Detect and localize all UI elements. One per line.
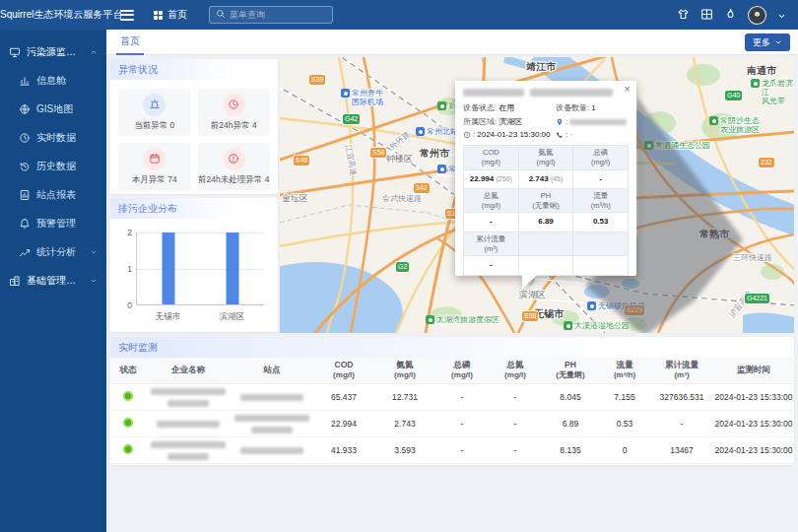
sidebar-item-pollution-monitoring-system[interactable]: 污染源监测系统 bbox=[0, 37, 106, 66]
menu-toggle-icon[interactable] bbox=[120, 10, 134, 21]
close-icon[interactable]: × bbox=[625, 84, 631, 95]
transport-poi-icon bbox=[587, 301, 596, 310]
sidebar-item-gis-map[interactable]: GIS地图 bbox=[0, 95, 106, 123]
chevron-down-icon bbox=[90, 277, 98, 285]
calendar-icon bbox=[143, 148, 166, 170]
stat-card-month-abnormal[interactable]: 本月异常 74 bbox=[118, 143, 191, 190]
table-column-header: 状态 bbox=[110, 358, 146, 383]
popup-param-header bbox=[519, 233, 574, 257]
map-canvas[interactable]: 靖江市南通市常州市常熟市无锡市钟楼区金坛区滨湖区金武快速路三环快速路外环路江宜高… bbox=[280, 57, 794, 333]
popup-field: 设备数量:1 bbox=[556, 102, 629, 113]
map-label-city: 常州市 bbox=[420, 148, 449, 160]
site-cell-redacted bbox=[231, 383, 313, 410]
history-icon bbox=[19, 161, 31, 172]
stat-card-last-24h-unhandled-abnormal[interactable]: 前24h未处理异常 4 bbox=[198, 143, 271, 190]
y-tick-label: 2 bbox=[118, 228, 132, 237]
globe-icon bbox=[19, 103, 31, 115]
popup-param-header: 总氮(mg/l) bbox=[464, 189, 519, 214]
value-cell: - bbox=[435, 383, 489, 410]
stat-card-current-abnormal[interactable]: 当前异常 0 bbox=[118, 89, 191, 136]
park-poi-icon bbox=[709, 116, 718, 125]
clock-icon bbox=[19, 132, 31, 144]
value-cell: 3.593 bbox=[374, 436, 435, 463]
stat-card-label: 前24h未处理异常 4 bbox=[198, 174, 269, 186]
search-icon bbox=[216, 9, 226, 21]
map-label-city: 南通市 bbox=[747, 65, 776, 77]
sidebar-item-realtime-data[interactable]: 实时数据 bbox=[0, 123, 106, 152]
table-row[interactable]: 41.9333.593--8.1350134672024-01-23 15:30… bbox=[110, 436, 794, 463]
avatar[interactable] bbox=[748, 6, 766, 25]
park-poi-icon bbox=[426, 315, 434, 324]
popup-param-header: COD(mg/l) bbox=[464, 146, 519, 170]
sidebar-item-history-data[interactable]: 历史数据 bbox=[0, 152, 106, 180]
table-row[interactable]: 22.9942.743--6.890.53-2024-01-23 15:30:0… bbox=[110, 410, 794, 436]
popup-param-header bbox=[573, 233, 629, 257]
theme-skin-icon bbox=[677, 8, 690, 21]
map-label-poi-blue: 常州奔牛国际机场 bbox=[341, 89, 383, 106]
status-cell bbox=[110, 410, 146, 436]
sidebar: 污染源监测系统信息舱GIS地图实时数据历史数据站点报表预警管理统计分析基础管理系… bbox=[0, 30, 106, 532]
popup-param-value: 22.994 (250) bbox=[464, 170, 519, 189]
topbar-actions bbox=[677, 6, 798, 25]
x-tick-label: 无锡市 bbox=[156, 311, 181, 323]
map-label-poi-green: 大溪港湿地公园 bbox=[564, 321, 630, 330]
value-cell: 0.53 bbox=[599, 410, 650, 436]
sidebar-item-basic-management-system[interactable]: 基础管理系统 bbox=[0, 266, 106, 295]
road-badge: G2 bbox=[396, 262, 409, 272]
stats-icon bbox=[19, 246, 31, 258]
more-button[interactable]: 更多 bbox=[745, 33, 790, 51]
company-cell-redacted bbox=[146, 383, 231, 410]
clock-icon bbox=[463, 131, 471, 139]
y-tick-label: 1 bbox=[118, 264, 132, 274]
transport-poi-icon bbox=[416, 127, 425, 136]
value-cell: 6.89 bbox=[542, 410, 599, 436]
value-cell: 2024-01-23 15:30:00 bbox=[713, 436, 794, 463]
calendar-icon bbox=[149, 153, 161, 165]
clock-icon bbox=[228, 99, 239, 110]
table-column-header: 监测时间 bbox=[713, 358, 794, 383]
theme-skin-icon[interactable] bbox=[677, 8, 690, 23]
map-label-road: 三环快速路 bbox=[733, 253, 772, 262]
panel-title: 实时监测 bbox=[110, 337, 794, 358]
company-cell-redacted bbox=[146, 436, 231, 463]
value-cell: 12.731 bbox=[374, 383, 435, 410]
stat-card-last-24h-abnormal[interactable]: 前24h异常 4 bbox=[198, 89, 271, 136]
sidebar-item-statistics-analysis[interactable]: 统计分析 bbox=[0, 237, 106, 266]
popup-param-header: 总磷(mg/l) bbox=[573, 146, 629, 170]
flame-icon[interactable] bbox=[724, 8, 737, 23]
road-badge: G40 bbox=[725, 91, 742, 100]
status-dot-normal bbox=[123, 418, 133, 428]
layout-split-icon[interactable] bbox=[700, 8, 713, 23]
monitor-icon bbox=[9, 46, 21, 58]
map-label-poi-green: 龙爪岩滨江风光带 bbox=[751, 79, 794, 106]
chart-bar bbox=[226, 233, 238, 304]
table-column-header: 站点 bbox=[231, 358, 313, 383]
road-badge: G4221 bbox=[745, 294, 769, 303]
road-badge: S58 bbox=[522, 311, 538, 321]
value-cell: 327636.531 bbox=[650, 383, 713, 410]
tab-home[interactable]: 首页 bbox=[116, 30, 144, 55]
popup-param-value: - bbox=[464, 213, 519, 232]
value-cell: 2.743 bbox=[374, 410, 435, 436]
company-cell-redacted bbox=[146, 410, 231, 436]
menu-search-box[interactable] bbox=[209, 6, 333, 24]
table-row[interactable]: 65.43712.731--8.0457.155327636.5312024-0… bbox=[110, 383, 794, 410]
stat-card-label: 前24h异常 4 bbox=[211, 120, 257, 132]
report-icon bbox=[19, 189, 31, 201]
park-poi-icon bbox=[437, 101, 446, 110]
table-column-header: 累计流量(m³) bbox=[650, 358, 713, 383]
value-cell: - bbox=[650, 410, 713, 436]
site-cell-redacted bbox=[231, 410, 313, 436]
sidebar-item-info-hub[interactable]: 信息舱 bbox=[0, 66, 106, 95]
topbar-home-link[interactable]: 首页 bbox=[154, 8, 187, 22]
menu-search-input[interactable] bbox=[230, 10, 326, 20]
abnormal-status-panel: 异常状况 当前异常 0前24h异常 4本月异常 74前24h未处理异常 4 bbox=[110, 59, 278, 194]
sidebar-item-alert-management[interactable]: 预警管理 bbox=[0, 209, 106, 237]
app-logo: Squirrel生态环境云服务平台 bbox=[0, 8, 106, 22]
site-cell-redacted bbox=[231, 436, 313, 463]
sidebar-item-station-report[interactable]: 站点报表 bbox=[0, 180, 106, 209]
chevron-down-icon[interactable] bbox=[777, 11, 786, 20]
map-info-window: × 设备状态:在用设备数量:1所属区域:滨湖区::2024-01-23 15:3… bbox=[455, 81, 636, 276]
clock-icon bbox=[223, 94, 245, 116]
map-label-road: 江宜高速 bbox=[344, 144, 359, 176]
